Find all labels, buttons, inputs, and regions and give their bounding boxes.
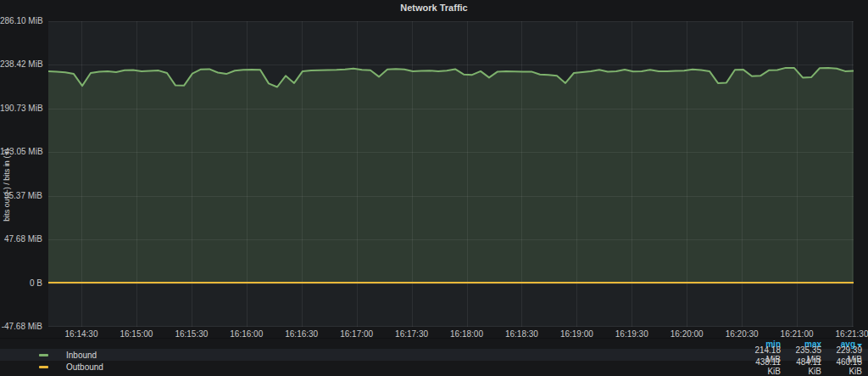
series-color-swatch <box>39 354 48 356</box>
series-label[interactable]: Inbound <box>66 351 97 360</box>
graph-panel: Network Traffic bits out (-) / bits in (… <box>0 0 868 376</box>
legend-row-inbound[interactable]: Inbound214.18 MiB235.35 MiB229.39 MiB <box>0 349 868 361</box>
y-tick-label: 190.73 MiB <box>0 104 42 114</box>
legend-header: minmaxavg <box>0 339 868 349</box>
y-tick-label: 0 B <box>0 278 42 289</box>
plot-area[interactable] <box>48 21 854 327</box>
y-tick-label: 286.10 MiB <box>0 16 42 26</box>
series-label[interactable]: Outbound <box>66 362 103 372</box>
legend-cell-max: 484.11 KiB <box>781 357 821 376</box>
panel-title[interactable]: Network Traffic <box>0 3 868 13</box>
inbound-series-fill <box>48 68 854 283</box>
y-tick-label: 95.37 MiB <box>0 191 42 201</box>
legend-row-outbound[interactable]: Outbound438.11 KiB484.11 KiB460.15 KiB <box>0 361 868 373</box>
legend: minmaxavg Inbound214.18 MiB235.35 MiB229… <box>0 338 868 376</box>
legend-cell-avg: 460.15 KiB <box>821 357 862 376</box>
y-tick-label: 238.42 MiB <box>0 59 42 70</box>
chart-canvas[interactable] <box>48 21 854 327</box>
series-color-swatch <box>39 366 48 368</box>
legend-cell-min: 438.11 KiB <box>740 357 781 376</box>
y-tick-label: 143.05 MiB <box>0 147 42 157</box>
y-axis-tick-labels: 286.10 MiB238.42 MiB190.73 MiB143.05 MiB… <box>0 0 42 340</box>
y-tick-label: 47.68 MiB <box>0 234 42 244</box>
